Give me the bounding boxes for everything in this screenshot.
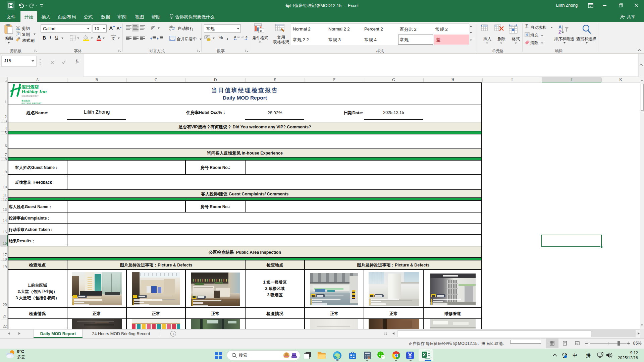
svg-text:.00: .00 <box>241 36 244 39</box>
svg-text:≠: ≠ <box>260 29 262 33</box>
svg-text:.00: .00 <box>236 36 240 39</box>
svg-text:.0: .0 <box>245 36 248 39</box>
svg-text:ab: ab <box>150 25 155 30</box>
svg-text:A: A <box>558 24 562 29</box>
svg-text:.0: .0 <box>233 36 236 39</box>
svg-text:Z: Z <box>558 29 561 35</box>
svg-text:c: c <box>169 28 171 31</box>
